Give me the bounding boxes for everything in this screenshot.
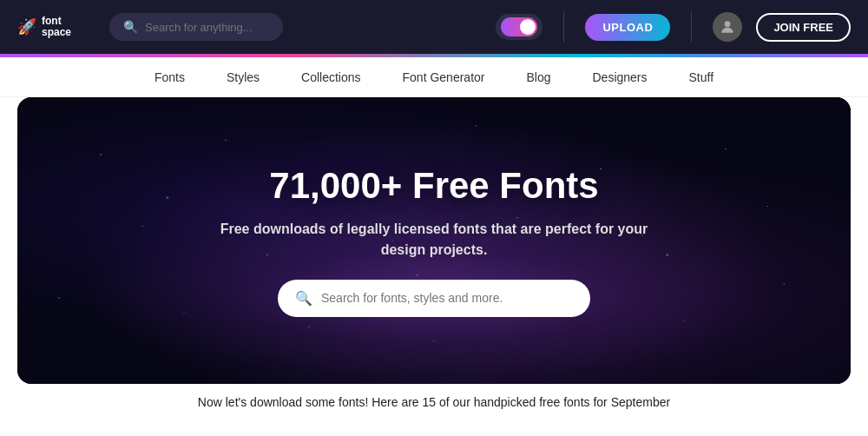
search-icon: 🔍 <box>123 20 138 34</box>
hero-search-input[interactable] <box>321 291 573 305</box>
nav-item-stuff[interactable]: Stuff <box>689 67 714 88</box>
theme-toggle[interactable] <box>501 17 537 36</box>
header-search-input[interactable] <box>145 21 266 34</box>
hero-content: 71,000+ Free Fonts Free downloads of leg… <box>165 165 703 317</box>
footer-promo-text: Now let's download some fonts! Here are … <box>0 384 868 420</box>
main-nav: Fonts Styles Collections Font Generator … <box>0 57 868 97</box>
nav-item-font-generator[interactable]: Font Generator <box>403 67 485 88</box>
hero-search-icon: 🔍 <box>295 290 312 307</box>
join-free-button[interactable]: JOIN FREE <box>756 13 851 42</box>
nav-item-styles[interactable]: Styles <box>227 67 260 88</box>
logo-icon: 🚀 <box>17 17 36 36</box>
hero-section: 71,000+ Free Fonts Free downloads of leg… <box>17 97 851 384</box>
header-search-bar[interactable]: 🔍 <box>109 13 283 41</box>
logo[interactable]: 🚀 font space <box>17 16 95 38</box>
hero-title: 71,000+ Free Fonts <box>200 165 668 207</box>
header-divider <box>563 11 564 43</box>
upload-button[interactable]: UPLOAD <box>585 14 670 41</box>
nav-item-fonts[interactable]: Fonts <box>155 67 185 88</box>
avatar[interactable] <box>713 12 742 42</box>
svg-point-0 <box>725 21 731 27</box>
nav-item-blog[interactable]: Blog <box>526 67 550 88</box>
header-divider-2 <box>691 11 692 43</box>
header: 🚀 font space 🔍 UPLOAD JOIN FREE <box>0 0 868 54</box>
logo-text: font space <box>42 16 71 38</box>
toggle-knob <box>520 19 536 35</box>
hero-subtitle: Free downloads of legally licensed fonts… <box>200 219 668 261</box>
nav-item-designers[interactable]: Designers <box>593 67 648 88</box>
theme-toggle-wrap <box>496 14 542 40</box>
nav-item-collections[interactable]: Collections <box>301 67 360 88</box>
hero-search-bar[interactable]: 🔍 <box>278 280 590 317</box>
